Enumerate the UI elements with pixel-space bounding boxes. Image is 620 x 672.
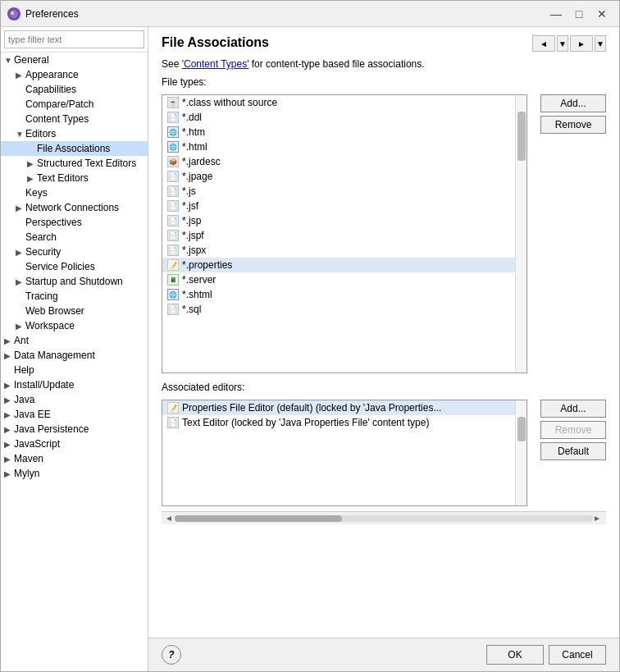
list-item[interactable]: 📄*.jsf — [162, 199, 515, 213]
assoc-editors-list[interactable]: 📝Properties File Editor (default) (locke… — [162, 400, 515, 505]
content-types-link[interactable]: 'Content Types' — [182, 58, 249, 70]
sidebar-item-data-management[interactable]: ▶ Data Management — [1, 348, 148, 363]
sidebar-item-editors[interactable]: ▼ Editors — [1, 126, 148, 141]
list-item[interactable]: 📦*.jardesc — [162, 154, 515, 169]
arrow-icon: ▶ — [16, 248, 24, 257]
window-title: Preferences — [25, 8, 79, 20]
title-bar-controls: — □ ✕ — [545, 5, 613, 23]
search-input[interactable] — [4, 30, 144, 48]
sidebar-item-web-browser[interactable]: Web Browser — [1, 304, 148, 318]
file-icon: 📦 — [167, 156, 179, 167]
scroll-left-arrow[interactable]: ◄ — [165, 514, 175, 523]
add-assoc-editor-button[interactable]: Add... — [540, 400, 606, 418]
item-label: *.jspx — [182, 245, 206, 256]
sidebar-item-label: Help — [14, 364, 34, 376]
sidebar-item-java[interactable]: ▶ Java — [1, 392, 148, 407]
sidebar-item-startup-shutdown[interactable]: ▶ Startup and Shutdown — [1, 274, 148, 289]
forward-dropdown-button[interactable]: ▼ — [595, 35, 606, 52]
list-item-text-editor[interactable]: 📄Text Editor (locked by 'Java Properties… — [162, 415, 515, 430]
add-file-type-button[interactable]: Add... — [540, 94, 606, 112]
forward-button[interactable]: ► — [570, 35, 593, 52]
arrow-icon: ▶ — [4, 410, 12, 419]
sidebar-item-install-update[interactable]: ▶ Install/Update — [1, 377, 148, 392]
sidebar-item-label: Perspectives — [25, 217, 82, 228]
list-item[interactable]: 📄*.jsp — [162, 213, 515, 228]
sidebar-item-perspectives[interactable]: Perspectives — [1, 215, 148, 230]
item-label: Properties File Editor (default) (locked… — [182, 402, 441, 414]
sidebar-item-mylyn[interactable]: ▶ Mylyn — [1, 466, 148, 481]
list-item[interactable]: 📄*.jspf — [162, 228, 515, 243]
sidebar-item-security[interactable]: ▶ Security — [1, 245, 148, 259]
sidebar-item-service-policies[interactable]: Service Policies — [1, 259, 148, 274]
arrow-icon: ▶ — [4, 381, 12, 390]
arrow-icon: ▼ — [16, 130, 24, 139]
scroll-right-arrow[interactable]: ► — [593, 514, 603, 523]
sidebar-item-label: Search — [25, 231, 57, 243]
sidebar-item-help[interactable]: Help — [1, 363, 148, 377]
list-item[interactable]: 🖥*.server — [162, 272, 515, 287]
preferences-window: Preferences — □ ✕ ▼ General ▶ Appearance — [0, 0, 620, 672]
arrow-icon — [16, 292, 24, 301]
item-label: *.jspf — [182, 230, 204, 241]
ok-button[interactable]: OK — [486, 645, 544, 665]
sidebar-item-content-types[interactable]: Content Types — [1, 112, 148, 126]
horizontal-scrollbar[interactable]: ◄ ► — [162, 511, 606, 524]
list-item[interactable]: ☕*.class without source — [162, 95, 515, 110]
desc-prefix: See — [162, 58, 182, 70]
list-item-properties[interactable]: 📝*.properties — [162, 258, 515, 272]
sidebar-item-label: Ant — [14, 335, 29, 346]
sidebar-item-workspace[interactable]: ▶ Workspace — [1, 318, 148, 333]
sidebar-item-label: Java — [14, 394, 34, 405]
sidebar-item-search[interactable]: Search — [1, 230, 148, 245]
arrow-icon: ▶ — [16, 203, 24, 213]
sidebar-item-ant[interactable]: ▶ Ant — [1, 333, 148, 348]
cancel-button[interactable]: Cancel — [549, 645, 606, 665]
list-item[interactable]: 📄*.sql — [162, 302, 515, 317]
sidebar-item-java-persistence[interactable]: ▶ Java Persistence — [1, 422, 148, 437]
sidebar-item-general[interactable]: ▼ General — [1, 53, 148, 67]
sidebar-item-appearance[interactable]: ▶ Appearance — [1, 67, 148, 82]
remove-file-type-button[interactable]: Remove — [540, 116, 606, 134]
sidebar-item-file-associations[interactable]: File Associations — [1, 141, 148, 156]
sidebar-item-java-ee[interactable]: ▶ Java EE — [1, 407, 148, 422]
sidebar-item-keys[interactable]: Keys — [1, 185, 148, 200]
arrow-icon — [16, 263, 24, 272]
back-button[interactable]: ◄ — [532, 35, 555, 52]
maximize-button[interactable]: □ — [568, 5, 590, 23]
sidebar: ▼ General ▶ Appearance Capabilities Comp… — [1, 27, 148, 671]
sidebar-item-label: Install/Update — [14, 379, 74, 391]
list-item[interactable]: 📄*.ddl — [162, 110, 515, 125]
sidebar-item-text-editors[interactable]: ▶ Text Editors — [1, 171, 148, 185]
sidebar-item-structured[interactable]: ▶ Structured Text Editors — [1, 156, 148, 171]
file-icon: 📄 — [167, 171, 179, 182]
sidebar-item-network-conn[interactable]: ▶ Network Connections — [1, 200, 148, 215]
help-button[interactable]: ? — [162, 645, 181, 665]
list-item[interactable]: 📄*.jspx — [162, 243, 515, 258]
arrow-icon: ▶ — [27, 174, 35, 183]
list-item[interactable]: 🌐*.shtml — [162, 287, 515, 302]
list-item[interactable]: 🌐*.htm — [162, 125, 515, 139]
default-assoc-editor-button[interactable]: Default — [540, 442, 606, 460]
list-item[interactable]: 📄*.jpage — [162, 169, 515, 184]
sidebar-item-tracing[interactable]: Tracing — [1, 289, 148, 304]
sidebar-item-label: Tracing — [25, 290, 58, 302]
sidebar-item-capabilities[interactable]: Capabilities — [1, 82, 148, 97]
sidebar-item-compare-patch[interactable]: Compare/Patch — [1, 97, 148, 112]
close-button[interactable]: ✕ — [591, 5, 613, 23]
arrow-icon: ▼ — [4, 56, 12, 65]
list-item-props-editor[interactable]: 📝Properties File Editor (default) (locke… — [162, 400, 515, 415]
sidebar-item-maven[interactable]: ▶ Maven — [1, 451, 148, 466]
assoc-editors-label: Associated editors: — [162, 382, 606, 393]
minimize-button[interactable]: — — [545, 5, 567, 23]
list-item[interactable]: 📄*.js — [162, 184, 515, 199]
back-dropdown-button[interactable]: ▼ — [557, 35, 568, 52]
list-item[interactable]: 🌐*.html — [162, 139, 515, 154]
title-bar-left: Preferences — [7, 7, 79, 21]
assoc-editors-scrollbar[interactable] — [515, 400, 527, 505]
remove-assoc-editor-button[interactable]: Remove — [540, 421, 606, 439]
file-types-list[interactable]: ☕*.class without source 📄*.ddl 🌐*.htm 🌐*… — [162, 95, 515, 373]
sidebar-item-javascript[interactable]: ▶ JavaScript — [1, 437, 148, 451]
scrollbar-thumb — [517, 112, 526, 161]
file-types-scrollbar[interactable] — [515, 95, 527, 373]
file-icon: 🌐 — [167, 126, 179, 138]
